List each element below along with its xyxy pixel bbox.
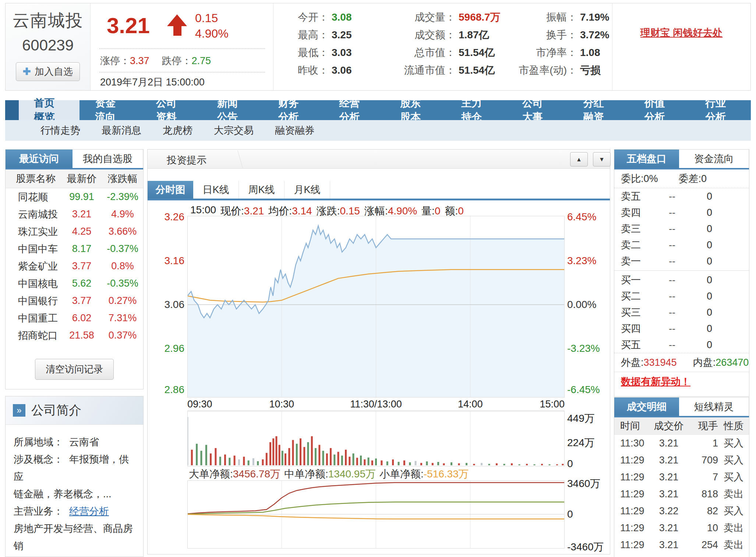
subnav-item-0[interactable]: 行情走势 <box>40 124 80 137</box>
trade-row: 11:293.2282买入 <box>614 502 749 519</box>
stock-row-price: 3.77 <box>61 295 102 306</box>
tab-资金流向[interactable]: 资金流向 <box>679 150 749 168</box>
tab-日K线[interactable]: 日K线 <box>193 181 239 199</box>
trade-detail-tabs: 成交明细短线精灵 <box>614 397 749 416</box>
nav-item-6[interactable]: 股东股本 <box>385 100 446 120</box>
stat-cell: 市净率：1.08 <box>507 46 612 60</box>
business-analysis-link[interactable]: 经营分析 <box>69 506 109 517</box>
licaibao-link[interactable]: 理财宝 闲钱好去处 <box>640 26 723 90</box>
watchlist-row[interactable]: 中国中车8.17-0.37% <box>6 240 143 258</box>
weicha-value: 委差:0 <box>679 172 707 185</box>
order-level-label: 买二 <box>614 290 656 303</box>
order-level-label: 卖四 <box>614 206 656 219</box>
company-line-text: 房地产开发与经营、商品房销 <box>14 523 133 551</box>
watchlist-row[interactable]: 珠江实业4.253.66% <box>6 223 143 240</box>
tab-周K线[interactable]: 周K线 <box>239 181 285 199</box>
kline-tabs-underline <box>148 199 610 200</box>
stock-row-name: 同花顺 <box>6 190 61 204</box>
nav-item-11[interactable]: 行业分析 <box>690 100 751 120</box>
subnav-item-4[interactable]: 融资融券 <box>275 124 315 137</box>
breadcrumb-chevron <box>228 150 243 168</box>
sub-navbar: 行情走势最新消息龙虎榜大宗交易融资融券 <box>5 120 751 141</box>
watchlist-row[interactable]: 云南城投3.214.9% <box>6 206 143 223</box>
tab-月K线[interactable]: 月K线 <box>285 181 330 199</box>
trade-row: 11:293.217买入 <box>614 469 749 486</box>
watchlist-row[interactable]: 紫金矿业3.770.8% <box>6 258 143 275</box>
limit-down-value: 2.75 <box>192 55 211 66</box>
collapse-up-button[interactable]: ▲ <box>570 152 588 167</box>
trade-cell: 818 <box>687 488 718 500</box>
watchlist-row[interactable]: 中国重工6.027.31% <box>6 309 143 327</box>
add-watchlist-label: 加入自选 <box>35 65 73 78</box>
tab-五档盘口[interactable]: 五档盘口 <box>614 150 679 168</box>
order-level-price: -- <box>656 191 689 202</box>
nav-item-1[interactable]: 资金流向 <box>80 100 141 120</box>
weibi-row: 委比:0% 委差:0 <box>614 169 749 188</box>
tip-bar-title: 投资提示 <box>167 154 206 167</box>
subnav-item-2[interactable]: 龙虎榜 <box>163 124 192 137</box>
subnav-item-3[interactable]: 大宗交易 <box>214 124 254 137</box>
trade-col-header: 性质 <box>718 419 749 432</box>
trade-cell: 买入 <box>718 470 749 484</box>
tab-分时图[interactable]: 分时图 <box>148 181 193 199</box>
order-level-label: 卖五 <box>614 190 656 203</box>
trade-cell: 11:29 <box>614 455 650 466</box>
watchlist-col-header: 股票名称 <box>6 172 61 185</box>
data-alert-link[interactable]: 数据有新异动！ <box>621 375 690 388</box>
order-level-volume: 0 <box>689 207 749 218</box>
trade-row: 11:303.211买入 <box>614 435 749 452</box>
chevron-double-icon: » <box>13 404 25 417</box>
x-axis: 09:3010:3011:30/13:0014:0015:00 <box>187 397 565 411</box>
volume-axis-label: 449万 <box>567 411 610 425</box>
outer-value: 331945 <box>644 357 677 368</box>
trade-cell: 3.21 <box>650 455 687 466</box>
trade-col-header: 时间 <box>614 419 650 432</box>
trade-cell: 3.22 <box>650 505 687 517</box>
watchlist-rows: 同花顺99.91-2.39%云南城投3.214.9%珠江实业4.253.66%中… <box>6 188 143 344</box>
stock-identity: 云南城投 600239 ✚ 加入自选 <box>6 3 91 90</box>
nav-item-2[interactable]: 公司资料 <box>141 100 202 120</box>
clear-history-button[interactable]: 清空访问记录 <box>35 359 114 380</box>
nav-item-9[interactable]: 分红融资 <box>568 100 629 120</box>
tab-最近访问[interactable]: 最近访问 <box>6 150 73 168</box>
order-book-row: 卖四--0 <box>614 204 749 221</box>
intraday-chart[interactable] <box>187 216 565 397</box>
subnav-item-1[interactable]: 最新消息 <box>102 124 141 137</box>
nav-item-3[interactable]: 新闻公告 <box>202 100 263 120</box>
company-line-label: 所属地域： <box>14 437 63 448</box>
stat-value: 1.87亿 <box>459 28 489 42</box>
x-axis-label: 09:30 <box>187 399 212 410</box>
tab-成交明细[interactable]: 成交明细 <box>614 397 679 416</box>
nav-item-4[interactable]: 财务分析 <box>263 100 324 120</box>
stat-cell: 最高：3.25 <box>273 28 386 42</box>
nav-item-8[interactable]: 公司大事 <box>507 100 568 120</box>
tab-我的自选股[interactable]: 我的自选股 <box>73 150 143 168</box>
nav-item-5[interactable]: 经营分析 <box>324 100 385 120</box>
tab-短线精灵[interactable]: 短线精灵 <box>679 397 749 416</box>
stock-row-price: 3.77 <box>61 260 102 272</box>
stat-cell: 振幅：7.19% <box>507 10 612 24</box>
info-value: 4.90% <box>388 205 417 217</box>
stat-cell: 总市值：51.54亿 <box>386 46 507 60</box>
inner-value: 263470 <box>716 357 749 368</box>
limit-row: 涨停：3.37 跌停：2.75 <box>100 54 211 67</box>
y-axis-pct-label: 0.00% <box>567 299 610 311</box>
watchlist-header: 股票名称最新价涨跌幅 <box>6 169 143 188</box>
nav-item-7[interactable]: 主力持仓 <box>446 100 507 120</box>
stat-cell: 流通市值：51.54亿 <box>386 63 507 77</box>
collapse-down-button[interactable]: ▼ <box>593 152 611 167</box>
order-level-label: 买四 <box>614 322 656 335</box>
trade-row: 11:293.21818卖出 <box>614 486 749 502</box>
watchlist-row[interactable]: 中国银行3.770.27% <box>6 292 143 309</box>
add-watchlist-button[interactable]: ✚ 加入自选 <box>16 62 80 81</box>
nav-item-0[interactable]: 首页概览 <box>19 100 80 120</box>
trade-cell: 买入 <box>718 504 749 518</box>
watchlist-row[interactable]: 招商蛇口21.580.37% <box>6 327 143 344</box>
watchlist-row[interactable]: 同花顺99.91-2.39% <box>6 188 143 206</box>
nav-item-10[interactable]: 价值分析 <box>629 100 690 120</box>
trade-cell: 买入 <box>718 437 749 450</box>
watchlist-row[interactable]: 中国核电5.62-0.35% <box>6 275 143 292</box>
stat-value: 1.08 <box>580 47 600 59</box>
stat-cell: 昨收：3.06 <box>273 63 386 77</box>
stock-overview-page: 云南城投 600239 ✚ 加入自选 3.21 0.15 4.90% 涨停：3.… <box>0 0 756 557</box>
